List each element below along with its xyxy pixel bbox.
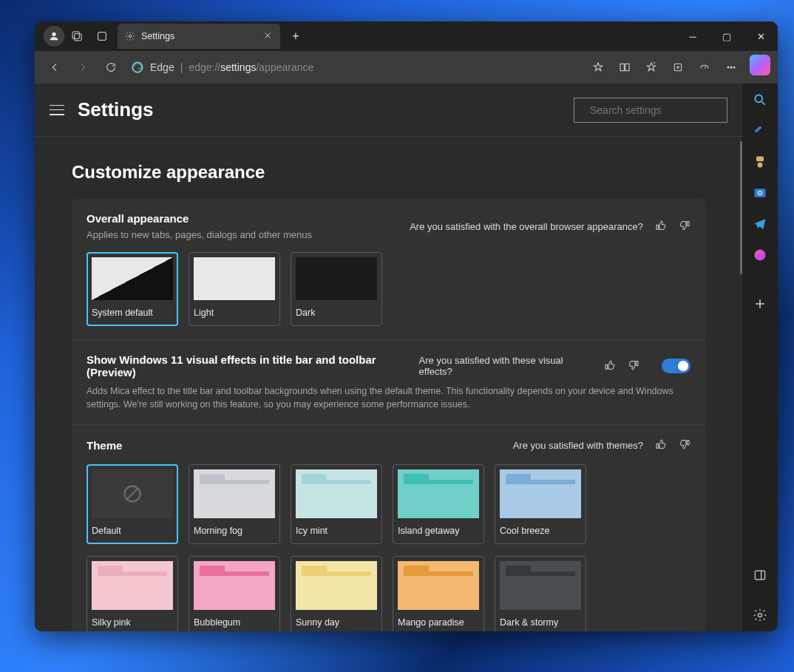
svg-rect-6 bbox=[620, 64, 624, 70]
theme-option-island-getaway[interactable]: .folder::before{background:inherit}Islan… bbox=[393, 464, 484, 544]
profile-button[interactable] bbox=[44, 26, 64, 47]
svg-point-12 bbox=[582, 109, 583, 110]
address-brand: Edge bbox=[150, 61, 174, 73]
forward-button bbox=[70, 55, 95, 80]
more-button[interactable] bbox=[719, 55, 744, 80]
close-icon bbox=[262, 30, 273, 41]
svg-rect-7 bbox=[625, 64, 629, 70]
back-button[interactable] bbox=[42, 55, 67, 80]
svg-rect-3 bbox=[98, 33, 106, 41]
gear-icon bbox=[125, 31, 135, 41]
appearance-card: Overall appearance Applies to new tabs, … bbox=[72, 199, 705, 631]
sidebar-outlook-icon[interactable]: O bbox=[751, 184, 769, 202]
mica-feedback-question: Are you satisfied with these visual effe… bbox=[419, 355, 593, 377]
svg-point-19 bbox=[755, 250, 766, 261]
workspaces-icon[interactable] bbox=[64, 30, 89, 42]
address-bar[interactable]: Edge | edge://settings/appearance bbox=[131, 61, 313, 74]
edge-sidebar: O bbox=[742, 84, 778, 631]
favorites-list-button[interactable] bbox=[639, 55, 664, 80]
theme-option-sunny-day[interactable]: .folder::before{background:inherit}Sunny… bbox=[291, 556, 382, 631]
theme-option-dark-stormy[interactable]: .folder::before{background:inherit}Dark … bbox=[495, 556, 586, 631]
svg-point-14 bbox=[755, 95, 762, 102]
hamburger-menu-button[interactable] bbox=[50, 105, 64, 115]
appearance-option-dark[interactable]: Dark bbox=[291, 252, 382, 326]
theme-option-cool-breeze[interactable]: .folder::before{background:inherit}Cool … bbox=[495, 464, 586, 544]
scrollbar-thumb[interactable] bbox=[740, 141, 742, 274]
settings-page: Settings Customize appearance Overall ap… bbox=[35, 84, 742, 631]
mica-title: Show Windows 11 visual effects in title … bbox=[86, 353, 419, 379]
edge-logo-icon bbox=[131, 61, 144, 74]
appearance-option-light[interactable]: Light bbox=[189, 252, 280, 326]
browser-tab-settings[interactable]: Settings bbox=[118, 24, 280, 49]
sidebar-games-icon[interactable] bbox=[751, 153, 769, 171]
mica-description: Adds Mica effect to the title bar and to… bbox=[86, 384, 690, 411]
svg-rect-15 bbox=[756, 157, 764, 162]
svg-point-0 bbox=[52, 33, 55, 36]
edge-browser-window: Settings + ─ ▢ ✕ Edge | edge://settings/… bbox=[35, 21, 778, 631]
svg-rect-20 bbox=[755, 571, 764, 580]
thumbs-up-button[interactable] bbox=[604, 359, 616, 373]
split-screen-button[interactable] bbox=[612, 55, 637, 80]
close-tab-button[interactable] bbox=[262, 30, 273, 43]
overall-appearance-title: Overall appearance bbox=[86, 212, 312, 225]
svg-point-10 bbox=[730, 67, 732, 68]
svg-rect-16 bbox=[758, 163, 763, 168]
settings-search-input[interactable] bbox=[574, 98, 727, 123]
search-icon bbox=[582, 105, 583, 115]
sidebar-settings-icon[interactable] bbox=[751, 606, 769, 624]
theme-title: Theme bbox=[86, 439, 122, 452]
svg-rect-2 bbox=[75, 34, 81, 41]
page-title: Customize appearance bbox=[72, 162, 705, 183]
sidebar-add-button[interactable] bbox=[751, 295, 769, 313]
minimize-button[interactable]: ─ bbox=[676, 21, 710, 51]
performance-button[interactable] bbox=[692, 55, 717, 80]
overall-appearance-subtitle: Applies to new tabs, pages, dialogs and … bbox=[86, 229, 312, 240]
mica-toggle[interactable] bbox=[662, 359, 690, 373]
svg-point-4 bbox=[129, 35, 132, 38]
theme-feedback-question: Are you satisfied with themes? bbox=[513, 440, 643, 451]
window-titlebar: Settings + ─ ▢ ✕ bbox=[35, 21, 778, 51]
thumbs-up-button[interactable] bbox=[655, 220, 667, 234]
svg-point-9 bbox=[727, 67, 729, 68]
theme-option-morning-fog[interactable]: .folder::before{background:inherit}Morni… bbox=[189, 464, 280, 544]
settings-header: Settings bbox=[35, 84, 742, 137]
sidebar-search-icon[interactable] bbox=[751, 91, 769, 109]
favorite-button[interactable] bbox=[586, 55, 611, 80]
sidebar-telegram-icon[interactable] bbox=[751, 215, 769, 233]
sidebar-messenger-icon[interactable] bbox=[751, 246, 769, 264]
thumbs-down-button[interactable] bbox=[628, 359, 639, 373]
appearance-option-system-default[interactable]: System default bbox=[86, 252, 178, 326]
reload-button[interactable] bbox=[98, 55, 123, 80]
new-tab-button[interactable]: + bbox=[283, 24, 308, 49]
thumbs-down-button[interactable] bbox=[679, 220, 690, 234]
theme-option-mango-paradise[interactable]: .folder::before{background:inherit}Mango… bbox=[393, 556, 484, 631]
thumbs-up-button[interactable] bbox=[655, 438, 667, 452]
svg-text:O: O bbox=[758, 189, 763, 197]
collections-button[interactable] bbox=[665, 55, 690, 80]
settings-heading: Settings bbox=[78, 98, 154, 121]
copilot-button[interactable] bbox=[750, 55, 770, 75]
theme-option-default[interactable]: Default bbox=[86, 464, 178, 544]
theme-option-icy-mint[interactable]: .folder::before{background:inherit}Icy m… bbox=[291, 464, 382, 544]
sidebar-sidepanel-icon[interactable] bbox=[751, 566, 769, 584]
theme-option-silky-pink[interactable]: .folder::before{background:inherit}Silky… bbox=[86, 556, 178, 631]
svg-rect-1 bbox=[72, 32, 79, 38]
thumbs-down-button[interactable] bbox=[679, 438, 690, 452]
svg-point-11 bbox=[733, 67, 735, 68]
svg-point-22 bbox=[759, 614, 762, 617]
sidebar-shopping-icon[interactable] bbox=[751, 122, 769, 140]
browser-toolbar: Edge | edge://settings/appearance bbox=[35, 51, 778, 84]
maximize-button[interactable]: ▢ bbox=[710, 21, 744, 51]
tab-title: Settings bbox=[141, 31, 174, 41]
overall-feedback-question: Are you satisfied with the overall brows… bbox=[410, 221, 643, 232]
theme-option-bubblegum[interactable]: .folder::before{background:inherit}Bubbl… bbox=[189, 556, 280, 631]
search-field[interactable] bbox=[590, 104, 719, 116]
tab-actions-icon[interactable] bbox=[89, 30, 115, 42]
close-window-button[interactable]: ✕ bbox=[744, 21, 778, 51]
